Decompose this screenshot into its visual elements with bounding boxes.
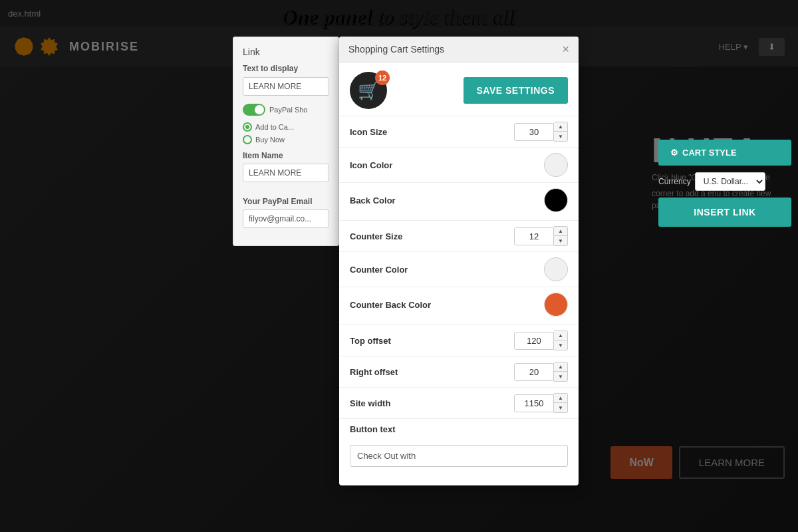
buy-now-radio[interactable] (243, 135, 252, 144)
save-settings-button[interactable]: SAVE SETTINGS (464, 77, 568, 104)
counter-size-input[interactable] (514, 227, 554, 245)
right-offset-input[interactable] (514, 363, 554, 381)
counter-back-color-row: Counter Back Color (339, 287, 579, 322)
counter-color-row: Counter Color (339, 251, 579, 287)
currency-label: Currency (658, 177, 691, 186)
counter-back-color-swatch[interactable] (544, 293, 568, 317)
top-offset-spinner: ▲ ▼ (554, 331, 568, 350)
counter-color-swatch[interactable] (544, 257, 568, 281)
text-to-display-input[interactable] (243, 77, 329, 96)
add-to-cart-row: Add to Ca... (243, 122, 329, 132)
cart-icon: 🛒 (358, 80, 379, 101)
right-offset-up[interactable]: ▲ (554, 362, 567, 372)
button-text-input[interactable] (350, 445, 568, 467)
cart-icon-wrap: 🛒 12 (350, 72, 387, 109)
cart-badge: 12 (375, 70, 390, 85)
back-color-swatch[interactable] (544, 188, 568, 212)
back-color-label: Back Color (350, 196, 396, 205)
icon-size-row: Icon Size ▲ ▼ (339, 116, 579, 147)
right-offset-label: Right offset (350, 367, 398, 377)
paypal-toggle-row: PayPal Sho (243, 104, 329, 116)
item-name-label: Item Name (243, 151, 329, 160)
icon-size-spinner: ▲ ▼ (554, 122, 568, 142)
link-panel-title: Link (243, 47, 329, 57)
counter-color-label: Counter Color (350, 265, 408, 275)
icon-size-input[interactable] (514, 123, 554, 141)
site-width-down[interactable]: ▼ (554, 403, 567, 412)
modal-close-button[interactable]: × (562, 43, 569, 55)
paypal-email-label: Your PayPal Email (243, 197, 329, 206)
currency-select[interactable]: U.S. Dollar... (695, 172, 765, 191)
site-width-input[interactable] (514, 394, 554, 412)
paypal-toggle[interactable] (243, 104, 265, 116)
add-to-cart-radio[interactable] (243, 122, 252, 132)
paypal-label: PayPal Sho (269, 106, 307, 114)
icon-size-down[interactable]: ▼ (554, 132, 567, 141)
buy-now-row: Buy Now (243, 135, 329, 144)
counter-size-row: Counter Size ▲ ▼ (339, 220, 579, 251)
modal-header: Shopping Cart Settings × (339, 37, 579, 63)
right-panel: ⚙ CART STYLE Currency U.S. Dollar... INS… (652, 133, 798, 233)
item-name-input[interactable] (243, 164, 329, 182)
paypal-email-input[interactable] (243, 209, 329, 228)
site-width-label: Site width (350, 398, 390, 408)
icon-size-up[interactable]: ▲ (554, 122, 567, 132)
item-name-section: Item Name Your PayPal Email (243, 151, 329, 236)
insert-link-button[interactable]: INSERT LINK (658, 198, 791, 227)
site-width-row: Site width ▲ ▼ (339, 387, 579, 418)
top-offset-down[interactable]: ▼ (554, 340, 567, 350)
counter-size-down[interactable]: ▼ (554, 236, 567, 245)
shopping-cart-modal: Shopping Cart Settings × 🛒 12 SAVE SETTI… (339, 37, 579, 485)
icon-size-control: ▲ ▼ (514, 122, 568, 142)
icon-color-swatch[interactable] (544, 153, 568, 177)
text-to-display-label: Text to display (243, 64, 329, 73)
currency-row: Currency U.S. Dollar... (658, 172, 791, 191)
counter-size-control: ▲ ▼ (514, 226, 568, 246)
modal-title: Shopping Cart Settings (348, 44, 444, 55)
right-offset-down[interactable]: ▼ (554, 372, 567, 381)
cart-style-label: CART STYLE (682, 148, 737, 158)
counter-size-label: Counter Size (350, 231, 402, 241)
top-offset-row: Top offset ▲ ▼ (339, 325, 579, 356)
top-offset-label: Top offset (350, 336, 391, 346)
top-offset-up[interactable]: ▲ (554, 331, 567, 340)
counter-back-color-label: Counter Back Color (350, 300, 431, 310)
cart-style-button[interactable]: ⚙ CART STYLE (658, 140, 791, 166)
counter-size-up[interactable]: ▲ (554, 227, 567, 236)
top-offset-control: ▲ ▼ (514, 331, 568, 350)
site-width-up[interactable]: ▲ (554, 394, 567, 403)
icon-color-label: Icon Color (350, 160, 392, 170)
gear-icon-small: ⚙ (670, 148, 678, 158)
button-text-row: Button text (339, 418, 579, 440)
right-offset-spinner: ▲ ▼ (554, 362, 568, 382)
site-width-control: ▲ ▼ (514, 393, 568, 413)
top-offset-input[interactable] (514, 332, 554, 350)
add-to-cart-label: Add to Ca... (255, 123, 294, 131)
buy-now-label: Buy Now (255, 136, 285, 144)
back-color-row: Back Color (339, 182, 579, 217)
button-text-label: Button text (350, 424, 396, 434)
link-panel: Link Text to display PayPal Sho Add to C… (233, 37, 339, 246)
cart-header: 🛒 12 SAVE SETTINGS (339, 63, 579, 116)
icon-color-row: Icon Color (339, 147, 579, 182)
site-width-spinner: ▲ ▼ (554, 393, 568, 413)
right-offset-row: Right offset ▲ ▼ (339, 356, 579, 387)
right-offset-control: ▲ ▼ (514, 362, 568, 382)
counter-size-spinner: ▲ ▼ (554, 226, 568, 246)
icon-size-label: Icon Size (350, 127, 387, 137)
